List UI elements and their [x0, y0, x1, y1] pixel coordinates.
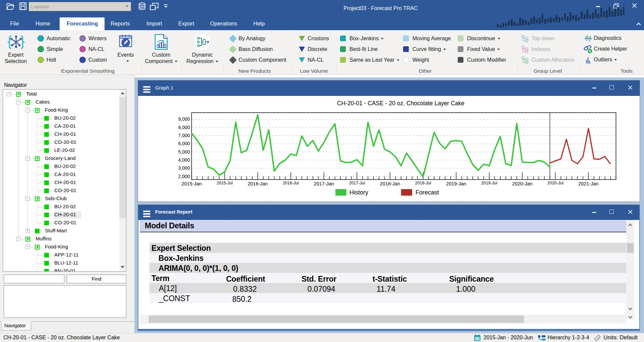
svg-text:2018-Jul: 2018-Jul — [415, 181, 431, 185]
svg-text:Forecast: Forecast — [415, 189, 439, 196]
svg-text:2018-Jan: 2018-Jan — [380, 181, 400, 186]
svg-text:History: History — [349, 189, 368, 196]
svg-text:2020-Jul: 2020-Jul — [548, 181, 564, 185]
svg-text:4,000: 4,000 — [178, 157, 190, 163]
svg-text:2016-Jan: 2016-Jan — [248, 181, 268, 186]
svg-text:2021-Jan: 2021-Jan — [578, 181, 598, 186]
svg-text:2017-Jan: 2017-Jan — [314, 181, 334, 186]
svg-text:2017-Jul: 2017-Jul — [349, 181, 365, 185]
svg-text:2019-Jul: 2019-Jul — [481, 181, 497, 185]
svg-text:2015-Jul: 2015-Jul — [217, 181, 233, 185]
svg-text:8,000: 8,000 — [178, 125, 190, 130]
svg-text:5,000: 5,000 — [178, 149, 190, 155]
svg-text:2020-Jan: 2020-Jan — [512, 181, 532, 186]
svg-text:2,000: 2,000 — [178, 174, 190, 179]
svg-text:7,000: 7,000 — [178, 133, 190, 138]
svg-text:2015-Jan: 2015-Jan — [182, 181, 202, 186]
svg-text:3,000: 3,000 — [178, 165, 190, 171]
svg-text:2016-Jul: 2016-Jul — [283, 181, 299, 185]
svg-text:9,000: 9,000 — [178, 116, 190, 122]
svg-text:6,000: 6,000 — [178, 141, 190, 146]
svg-text:2019-Jan: 2019-Jan — [446, 181, 466, 186]
svg-text:CH-20-01 - CASE - 20 oz. Choco: CH-20-01 - CASE - 20 oz. Chocolate Layer… — [337, 100, 464, 107]
